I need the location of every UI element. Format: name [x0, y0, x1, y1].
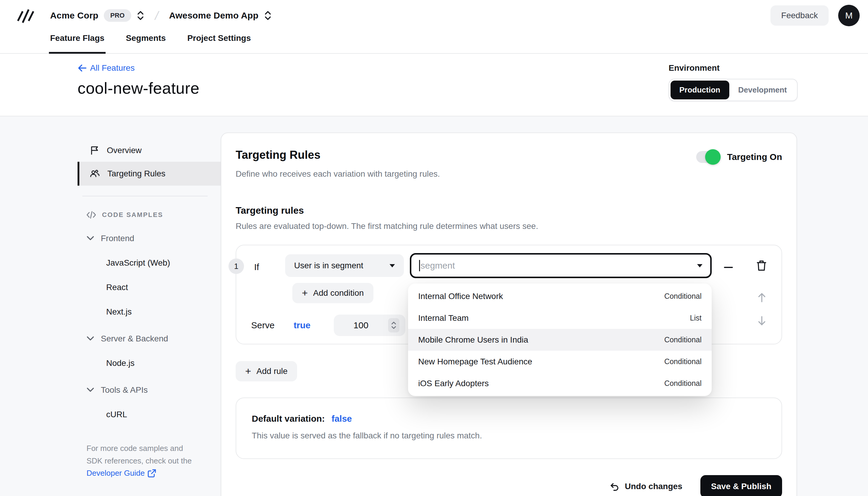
- chevron-up-down-icon: [264, 11, 272, 20]
- panel-footer: Undo changes Save & Publish: [236, 475, 782, 496]
- segment-dropdown-menu: Internal Office Network Conditional Inte…: [408, 283, 712, 396]
- segment-placeholder: segment: [421, 261, 455, 271]
- percentage-value: 100: [334, 320, 388, 330]
- segment-option[interactable]: Internal Office Network Conditional: [408, 285, 712, 307]
- remove-condition-button[interactable]: [722, 261, 735, 274]
- sidebar-footer-note: For more code samples and SDK references…: [86, 442, 203, 480]
- targeting-toggle-label: Targeting On: [727, 152, 782, 162]
- plan-badge: PRO: [104, 9, 131, 22]
- undo-icon: [609, 481, 620, 492]
- caret-down-icon: [697, 264, 703, 267]
- rule-index-badge: 1: [228, 259, 244, 274]
- sidebar-divider: [82, 196, 208, 196]
- add-condition-button[interactable]: + Add condition: [292, 283, 373, 303]
- condition-type-select[interactable]: User is in segment: [285, 254, 404, 277]
- arrow-down-icon: [756, 315, 767, 326]
- plus-icon: +: [302, 287, 308, 299]
- org-name: Acme Corp: [50, 11, 98, 20]
- top-navigation-bar: Acme Corp PRO / Awesome Demo App Feedb: [0, 0, 868, 54]
- users-icon: [90, 169, 100, 179]
- sidebar-group-server-backend[interactable]: Server & Backend: [78, 326, 221, 351]
- text-cursor: [419, 260, 420, 271]
- chevron-down-icon: [86, 336, 94, 341]
- section-subtitle: Rules are evaluated top-down. The first …: [236, 221, 782, 231]
- app-logo-icon[interactable]: [16, 5, 36, 26]
- environment-label: Environment: [669, 63, 798, 73]
- move-rule-down-button[interactable]: [756, 315, 767, 326]
- sidebar: Overview Targeting Rules: [78, 117, 221, 496]
- page-title: cool-new-feature: [78, 79, 199, 97]
- chevron-down-icon: [86, 387, 94, 393]
- segment-combobox-input[interactable]: segment: [410, 253, 712, 278]
- environment-switcher: Production Development: [669, 79, 798, 101]
- sidebar-group-tools-apis[interactable]: Tools & APIs: [78, 378, 221, 402]
- segment-option[interactable]: New Homepage Test Audience Conditional: [408, 351, 712, 372]
- flag-icon: [90, 145, 100, 155]
- percentage-field[interactable]: 100: [334, 314, 405, 336]
- back-to-all-features-link[interactable]: All Features: [78, 63, 199, 73]
- code-icon: [86, 211, 96, 219]
- page-header: All Features cool-new-feature Environmen…: [0, 54, 868, 117]
- developer-guide-link[interactable]: Developer Guide: [86, 467, 156, 480]
- project-switcher[interactable]: Awesome Demo App: [169, 11, 272, 20]
- trash-icon: [755, 259, 768, 272]
- default-variation-value[interactable]: false: [332, 414, 352, 423]
- sidebar-item-curl[interactable]: cURL: [78, 402, 221, 427]
- sidebar-item-nextjs[interactable]: Next.js: [78, 300, 221, 324]
- arrow-up-icon: [756, 292, 767, 303]
- sidebar-item-react[interactable]: React: [78, 275, 221, 300]
- panel-title: Targeting Rules: [236, 149, 440, 161]
- plus-icon: +: [245, 365, 251, 377]
- primary-tabs: Feature Flags Segments Project Settings: [0, 31, 868, 54]
- percentage-stepper[interactable]: [388, 318, 399, 332]
- section-title: Targeting rules: [236, 205, 782, 216]
- serve-label: Serve: [251, 320, 274, 330]
- undo-changes-button[interactable]: Undo changes: [609, 481, 682, 492]
- add-rule-button[interactable]: + Add rule: [236, 361, 297, 382]
- external-link-icon: [148, 469, 156, 478]
- sidebar-item-nodejs[interactable]: Node.js: [78, 351, 221, 375]
- sidebar-item-overview[interactable]: Overview: [78, 139, 221, 162]
- chevron-up-down-icon: [136, 11, 144, 20]
- move-rule-up-button[interactable]: [756, 292, 767, 303]
- targeting-toggle[interactable]: [696, 151, 719, 163]
- tab-project-settings[interactable]: Project Settings: [187, 31, 251, 54]
- app-window: Acme Corp PRO / Awesome Demo App Feedb: [0, 0, 868, 496]
- default-variation-description: This value is served as the fallback if …: [252, 431, 766, 440]
- panel-subtitle: Define who receives each variation with …: [236, 169, 440, 179]
- default-variation-card: Default variation: false This value is s…: [236, 398, 782, 459]
- tab-segments[interactable]: Segments: [126, 31, 166, 54]
- sidebar-item-javascript-web[interactable]: JavaScript (Web): [78, 251, 221, 275]
- back-arrow-icon: [78, 64, 87, 72]
- sidebar-item-targeting-rules[interactable]: Targeting Rules: [78, 162, 221, 186]
- minus-icon: [724, 267, 733, 268]
- breadcrumb-separator: /: [154, 9, 160, 22]
- tab-feature-flags[interactable]: Feature Flags: [50, 31, 105, 54]
- project-name: Awesome Demo App: [169, 11, 259, 20]
- environment-option-production[interactable]: Production: [671, 81, 729, 99]
- if-label: If: [254, 262, 259, 272]
- org-switcher[interactable]: Acme Corp PRO: [50, 9, 144, 22]
- toggle-knob: [705, 149, 721, 165]
- segment-option[interactable]: Internal Team List: [408, 307, 712, 329]
- targeting-rules-panel: Targeting Rules Define who receives each…: [221, 133, 797, 496]
- user-avatar[interactable]: M: [838, 5, 859, 26]
- chevron-down-icon: [86, 236, 94, 241]
- segment-option[interactable]: iOS Early Adopters Conditional: [408, 372, 712, 394]
- sidebar-group-frontend[interactable]: Frontend: [78, 226, 221, 251]
- serve-variation-value[interactable]: true: [293, 320, 310, 330]
- default-variation-label: Default variation:: [252, 414, 325, 423]
- save-publish-button[interactable]: Save & Publish: [701, 475, 782, 496]
- code-samples-header: CODE SAMPLES: [78, 206, 221, 224]
- delete-rule-button[interactable]: [755, 259, 770, 273]
- environment-option-development[interactable]: Development: [729, 81, 796, 99]
- caret-down-icon: [389, 264, 395, 267]
- segment-option-highlighted[interactable]: Mobile Chrome Users in India Conditional: [408, 329, 712, 351]
- feedback-button[interactable]: Feedback: [770, 5, 829, 26]
